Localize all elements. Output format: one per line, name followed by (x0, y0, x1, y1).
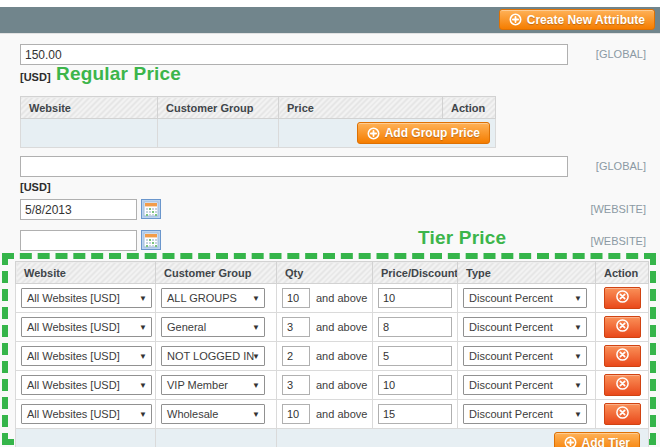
create-new-attribute-label: Create New Attribute (527, 13, 645, 27)
tier-price-highlight-box: Website Customer Group Qty Price/Discoun… (2, 253, 656, 445)
tier-qty-input[interactable] (282, 288, 310, 308)
regular-price-scope-label: [GLOBAL] (596, 48, 646, 60)
top-white-strip (0, 0, 660, 7)
tier-type-select[interactable]: Discount Percent▼ (463, 346, 587, 366)
tier-price-input[interactable] (378, 288, 452, 308)
chevron-down-icon: ▼ (139, 410, 147, 419)
group-price-header-row: Website Customer Group Price Action (21, 97, 496, 119)
tier-customer-group-select[interactable]: Wholesale▼ (161, 404, 265, 424)
tier-type-select[interactable]: Discount Percent▼ (463, 375, 587, 395)
tier-website-select[interactable]: All Websites [USD]▼ (21, 288, 152, 308)
delete-tier-button[interactable] (604, 287, 641, 309)
and-above-label: and above (316, 292, 367, 304)
x-circle-icon (615, 347, 630, 365)
group-price-footer-cell (158, 119, 279, 148)
tier-type-value: Discount Percent (469, 321, 553, 333)
tier-customer-group-select[interactable]: General▼ (161, 317, 265, 337)
chevron-down-icon: ▼ (574, 352, 582, 361)
create-new-attribute-button[interactable]: Create New Attribute (499, 9, 655, 30)
tier-qty-input[interactable] (282, 404, 310, 424)
x-circle-icon (615, 318, 630, 336)
delete-tier-button[interactable] (604, 345, 641, 367)
tier-website-value: All Websites [USD] (27, 350, 120, 362)
tier-customer-group-value: VIP Member (167, 379, 228, 391)
tier-type-select[interactable]: Discount Percent▼ (463, 404, 587, 424)
chevron-down-icon: ▼ (252, 381, 260, 390)
special-price-input[interactable] (20, 156, 568, 177)
regular-price-currency-label: [USD] (20, 71, 51, 83)
group-price-table: Website Customer Group Price Action Add … (20, 96, 496, 148)
plus-circle-icon (367, 127, 380, 140)
group-price-footer-button-cell: Add Group Price (279, 119, 496, 148)
tier-qty-input[interactable] (282, 346, 310, 366)
tier-website-select[interactable]: All Websites [USD]▼ (21, 404, 152, 424)
product-prices-page: Create New Attribute [GLOBAL] [USD] Regu… (0, 0, 660, 447)
chevron-down-icon: ▼ (252, 410, 260, 419)
tier-website-select[interactable]: All Websites [USD]▼ (21, 317, 152, 337)
delete-tier-button[interactable] (604, 316, 641, 338)
chevron-down-icon: ▼ (139, 294, 147, 303)
tier-header-website: Website (16, 262, 156, 284)
tier-price-table: Website Customer Group Qty Price/Discoun… (15, 261, 649, 447)
tier-type-select[interactable]: Discount Percent▼ (463, 288, 587, 308)
tier-customer-group-value: General (167, 321, 206, 333)
toolbar: Create New Attribute (0, 7, 660, 34)
special-to-date-input[interactable] (20, 230, 137, 251)
delete-tier-button[interactable] (604, 374, 641, 396)
chevron-down-icon: ▼ (252, 352, 260, 361)
tier-row: All Websites [USD]▼ General▼ and above D… (16, 313, 649, 342)
and-above-label: and above (316, 408, 367, 420)
and-above-label: and above (316, 379, 367, 391)
group-price-header-website: Website (21, 97, 158, 119)
tier-type-select[interactable]: Discount Percent▼ (463, 317, 587, 337)
tier-customer-group-select[interactable]: NOT LOGGED IN▼ (161, 346, 265, 366)
tier-price-input[interactable] (378, 375, 452, 395)
tier-customer-group-select[interactable]: ALL GROUPS▼ (161, 288, 265, 308)
tier-header-qty: Qty (277, 262, 373, 284)
tier-type-value: Discount Percent (469, 350, 553, 362)
tier-row: All Websites [USD]▼ NOT LOGGED IN▼ and a… (16, 342, 649, 371)
tier-customer-group-value: NOT LOGGED IN (167, 350, 254, 362)
regular-price-annotation: Regular Price (56, 63, 181, 85)
add-tier-label: Add Tier (582, 436, 630, 447)
chevron-down-icon: ▼ (139, 323, 147, 332)
chevron-down-icon: ▼ (139, 352, 147, 361)
chevron-down-icon: ▼ (574, 381, 582, 390)
chevron-down-icon: ▼ (574, 294, 582, 303)
tier-website-select[interactable]: All Websites [USD]▼ (21, 346, 152, 366)
tier-row: All Websites [USD]▼ Wholesale▼ and above… (16, 400, 649, 429)
plus-circle-icon (509, 13, 522, 26)
special-from-date-input[interactable] (20, 199, 137, 220)
tier-website-value: All Websites [USD] (27, 292, 120, 304)
tier-website-select[interactable]: All Websites [USD]▼ (21, 375, 152, 395)
calendar-icon[interactable] (141, 230, 161, 250)
tier-qty-input[interactable] (282, 375, 310, 395)
tier-customer-group-value: ALL GROUPS (167, 292, 237, 304)
tier-price-input[interactable] (378, 404, 452, 424)
calendar-icon[interactable] (141, 199, 161, 219)
tier-type-value: Discount Percent (469, 408, 553, 420)
tier-footer-row: Add Tier (16, 429, 649, 447)
group-price-header-price: Price (279, 97, 443, 119)
chevron-down-icon: ▼ (139, 381, 147, 390)
add-group-price-button[interactable]: Add Group Price (357, 122, 490, 144)
special-price-scope-label: [GLOBAL] (596, 160, 646, 172)
tier-price-input[interactable] (378, 317, 452, 337)
add-tier-button[interactable]: Add Tier (554, 432, 640, 447)
add-group-price-label: Add Group Price (385, 126, 480, 140)
tier-qty-input[interactable] (282, 317, 310, 337)
delete-tier-button[interactable] (604, 403, 641, 425)
tier-footer-button-cell: Add Tier (277, 429, 649, 447)
tier-footer-cell (156, 429, 277, 447)
chevron-down-icon: ▼ (574, 323, 582, 332)
x-circle-icon (615, 376, 630, 394)
tier-customer-group-select[interactable]: VIP Member▼ (161, 375, 265, 395)
tier-website-value: All Websites [USD] (27, 321, 120, 333)
from-date-scope-label: [WEBSITE] (590, 203, 646, 215)
tier-row: All Websites [USD]▼ VIP Member▼ and abov… (16, 371, 649, 400)
regular-price-input[interactable] (20, 44, 568, 65)
tier-price-annotation: Tier Price (418, 227, 506, 249)
tier-price-input[interactable] (378, 346, 452, 366)
tier-header-price-discount: Price/Discount (373, 262, 458, 284)
group-price-footer-row: Add Group Price (21, 119, 496, 148)
